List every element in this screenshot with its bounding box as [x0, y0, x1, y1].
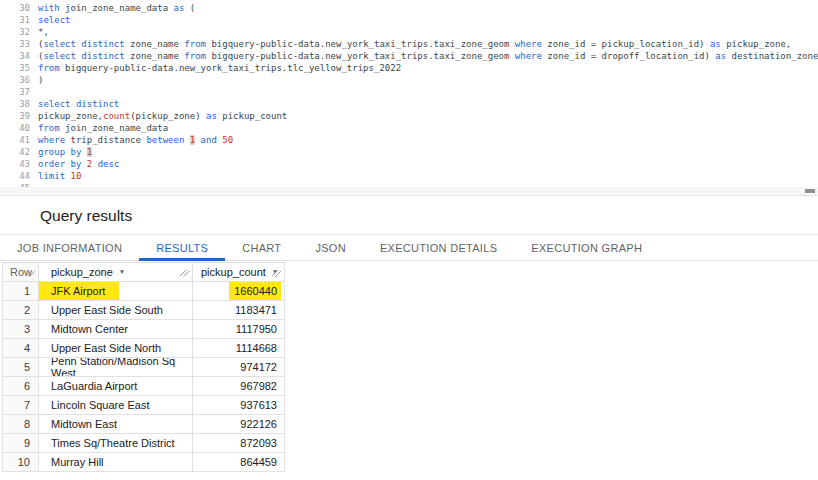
column-header-row[interactable]: Row — [3, 263, 39, 281]
pickup-count-cell: 864459 — [193, 453, 285, 471]
sql-editor[interactable]: 30with join_zone_name_data as (31select3… — [0, 0, 818, 187]
column-resize-handle[interactable] — [179, 268, 190, 280]
pickup-zone-cell: Midtown East — [39, 415, 193, 433]
row-number-cell: 1 — [3, 282, 39, 300]
pickup-count-cell: 967982 — [193, 377, 285, 395]
code-line: 37 — [0, 86, 818, 98]
tab-execution-details[interactable]: EXECUTION DETAILS — [363, 235, 514, 260]
scrollbar-thumb[interactable] — [805, 189, 815, 193]
pickup-count-cell: 937613 — [193, 396, 285, 414]
code-text: from bigquery-public-data.new_york_taxi_… — [38, 62, 401, 74]
code-text: ) — [38, 74, 43, 86]
code-line: 31select — [0, 14, 818, 26]
line-number: 40 — [0, 122, 30, 134]
column-resize-handle[interactable] — [25, 268, 36, 280]
column-header-pickup-count[interactable]: pickup_count▼ — [193, 263, 285, 281]
row-number-cell: 5 — [3, 358, 39, 376]
table-row: 3Midtown Center1117950 — [3, 320, 285, 339]
line-number: 35 — [0, 62, 30, 74]
code-text: order by 2 desc — [38, 158, 119, 170]
table-row: 9Times Sq/Theatre District872093 — [3, 434, 285, 453]
code-line: 39pickup_zone,count(pickup_zone) as pick… — [0, 110, 818, 122]
row-number-cell: 8 — [3, 415, 39, 433]
code-text: select — [38, 14, 71, 26]
table-row: 10Murray Hill864459 — [3, 453, 285, 472]
highlighted-value: 1660440 — [229, 282, 281, 300]
pickup-zone-cell: Lincoln Square East — [39, 396, 193, 414]
column-header-label: pickup_count — [201, 266, 266, 278]
code-text: (select distinct zone_name from bigquery… — [38, 50, 818, 62]
pickup-zone-cell: Murray Hill — [39, 453, 193, 471]
code-line: 32*, — [0, 26, 818, 38]
results-table: Rowpickup_zone▼pickup_count▼1JFK Airport… — [2, 262, 285, 472]
line-number: 43 — [0, 158, 30, 170]
pickup-zone-cell: Upper East Side South — [39, 301, 193, 319]
line-number: 39 — [0, 110, 30, 122]
table-row: 2Upper East Side South1183471 — [3, 301, 285, 320]
line-number: 38 — [0, 98, 30, 110]
tab-job-information[interactable]: JOB INFORMATION — [0, 235, 139, 260]
code-text: with join_zone_name_data as ( — [38, 2, 195, 14]
table-row: 8Midtown East922126 — [3, 415, 285, 434]
table-row: 7Lincoln Square East937613 — [3, 396, 285, 415]
pickup-zone-cell: Penn Station/Madison Sq West — [39, 358, 193, 376]
tab-execution-graph[interactable]: EXECUTION GRAPH — [514, 235, 659, 260]
line-number: 30 — [0, 2, 30, 14]
code-text: limit 10 — [38, 170, 81, 182]
pickup-zone-cell: Upper East Side North — [39, 339, 193, 357]
line-number: 34 — [0, 50, 30, 62]
column-menu-arrow-icon[interactable]: ▼ — [119, 269, 125, 276]
code-text: (select distinct zone_name from bigquery… — [38, 38, 791, 50]
line-number: 33 — [0, 38, 30, 50]
column-header-pickup-zone[interactable]: pickup_zone▼ — [39, 263, 193, 281]
tab-results[interactable]: RESULTS — [139, 235, 225, 260]
query-results-tabbar: JOB INFORMATIONRESULTSCHARTJSONEXECUTION… — [0, 234, 818, 261]
pickup-zone-cell: JFK Airport — [39, 282, 193, 300]
row-number-cell: 9 — [3, 434, 39, 452]
pickup-zone-cell: Midtown Center — [39, 320, 193, 338]
row-number-cell: 7 — [3, 396, 39, 414]
column-header-label: pickup_zone — [51, 266, 113, 278]
row-number-cell: 3 — [3, 320, 39, 338]
code-line: 35from bigquery-public-data.new_york_tax… — [0, 62, 818, 74]
pickup-count-cell: 922126 — [193, 415, 285, 433]
code-line: 30with join_zone_name_data as ( — [0, 2, 818, 14]
table-row: 5Penn Station/Madison Sq West974172 — [3, 358, 285, 377]
code-text: where trip_distance between 1 and 50 — [38, 134, 233, 146]
tab-chart[interactable]: CHART — [225, 235, 298, 260]
pickup-count-cell: 1117950 — [193, 320, 285, 338]
row-number-cell: 6 — [3, 377, 39, 395]
line-number: 31 — [0, 14, 30, 26]
line-number: 42 — [0, 146, 30, 158]
line-number: 32 — [0, 26, 30, 38]
pickup-count-cell: 1114668 — [193, 339, 285, 357]
code-line: 33(select distinct zone_name from bigque… — [0, 38, 818, 50]
pickup-count-cell: 1183471 — [193, 301, 285, 319]
tab-json[interactable]: JSON — [298, 235, 363, 260]
code-line: 36) — [0, 74, 818, 86]
highlighted-token: 1 — [87, 147, 92, 157]
code-text: from join_zone_name_data — [38, 122, 168, 134]
table-row: 4Upper East Side North1114668 — [3, 339, 285, 358]
pickup-count-cell: 872093 — [193, 434, 285, 452]
line-number: 41 — [0, 134, 30, 146]
pickup-count-cell: 1660440 — [193, 282, 285, 300]
row-number-cell: 4 — [3, 339, 39, 357]
code-line: 43order by 2 desc — [0, 158, 818, 170]
code-line: 40from join_zone_name_data — [0, 122, 818, 134]
editor-horizontal-scrollbar[interactable] — [0, 187, 818, 196]
code-line: 42group by 1 — [0, 146, 818, 158]
code-text: select distinct — [38, 98, 119, 110]
table-header-row: Rowpickup_zone▼pickup_count▼ — [3, 263, 285, 282]
line-number: 44 — [0, 170, 30, 182]
row-number-cell: 10 — [3, 453, 39, 471]
code-line: 34(select distinct zone_name from bigque… — [0, 50, 818, 62]
code-text: group by 1 — [38, 146, 92, 158]
query-results-title: Query results — [40, 207, 132, 225]
table-row: 6LaGuardia Airport967982 — [3, 377, 285, 396]
line-number: 37 — [0, 86, 30, 98]
line-number: 36 — [0, 74, 30, 86]
code-line: 44limit 10 — [0, 170, 818, 182]
column-resize-handle[interactable] — [271, 268, 282, 280]
code-line: 41where trip_distance between 1 and 50 — [0, 134, 818, 146]
